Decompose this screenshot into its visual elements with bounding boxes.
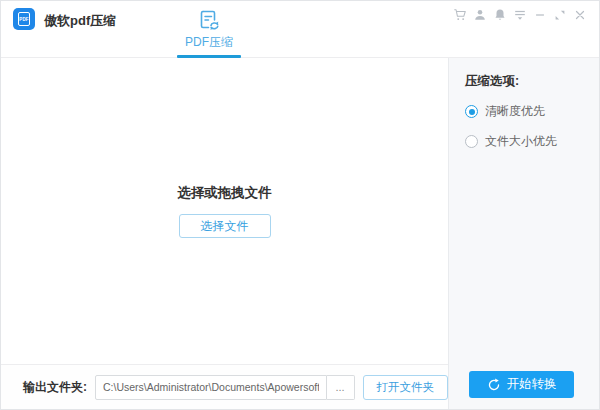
window-controls	[453, 1, 595, 29]
select-file-button[interactable]: 选择文件	[179, 214, 271, 238]
notifications-bell-icon[interactable]	[493, 8, 507, 22]
menu-icon[interactable]	[513, 8, 527, 22]
refresh-icon	[487, 378, 501, 392]
file-dropzone[interactable]: 选择或拖拽文件 选择文件	[1, 58, 448, 364]
start-convert-label: 开始转换	[507, 376, 557, 393]
pdf-doc-glyph: PDF	[18, 12, 30, 26]
open-folder-button[interactable]: 打开文件夹	[363, 375, 449, 400]
dropzone-hint-text: 选择或拖拽文件	[177, 184, 272, 202]
tab-pdf-compress-label: PDF压缩	[185, 34, 233, 51]
browse-folder-button[interactable]: ...	[327, 375, 355, 400]
left-column: 选择或拖拽文件 选择文件 输出文件夹: ... 打开文件夹	[1, 58, 448, 409]
radio-clarity-label: 清晰度优先	[485, 103, 545, 120]
tab-active-underline	[177, 55, 241, 58]
content-area: 选择或拖拽文件 选择文件 输出文件夹: ... 打开文件夹 压缩选项: 清晰度优…	[1, 58, 599, 409]
app-window: PDF 傲软pdf压缩 PDF压缩	[0, 0, 600, 410]
app-title: 傲软pdf压缩	[44, 12, 116, 30]
pdf-compress-icon	[196, 7, 222, 33]
radio-filesize-priority[interactable]: 文件大小优先	[465, 133, 585, 150]
app-brand: PDF 傲软pdf压缩	[13, 8, 116, 30]
radio-unselected-icon	[465, 135, 478, 148]
close-icon[interactable]	[573, 8, 587, 22]
start-convert-button[interactable]: 开始转换	[469, 371, 574, 398]
radio-selected-icon	[465, 105, 478, 118]
radio-filesize-label: 文件大小优先	[485, 133, 557, 150]
store-cart-icon[interactable]	[453, 8, 467, 22]
options-sidebar: 压缩选项: 清晰度优先 文件大小优先 开始转换	[448, 58, 599, 409]
tab-pdf-compress[interactable]: PDF压缩	[171, 1, 247, 58]
output-folder-bar: 输出文件夹: ... 打开文件夹	[1, 364, 448, 409]
radio-clarity-priority[interactable]: 清晰度优先	[465, 103, 585, 120]
output-folder-label: 输出文件夹:	[23, 379, 87, 396]
minimize-icon[interactable]	[533, 8, 547, 22]
output-path-input[interactable]	[95, 375, 327, 400]
maximize-icon[interactable]	[553, 8, 567, 22]
app-logo-icon: PDF	[13, 8, 35, 30]
account-icon[interactable]	[473, 8, 487, 22]
compression-options-title: 压缩选项:	[465, 73, 585, 90]
title-bar: PDF 傲软pdf压缩 PDF压缩	[1, 1, 599, 58]
